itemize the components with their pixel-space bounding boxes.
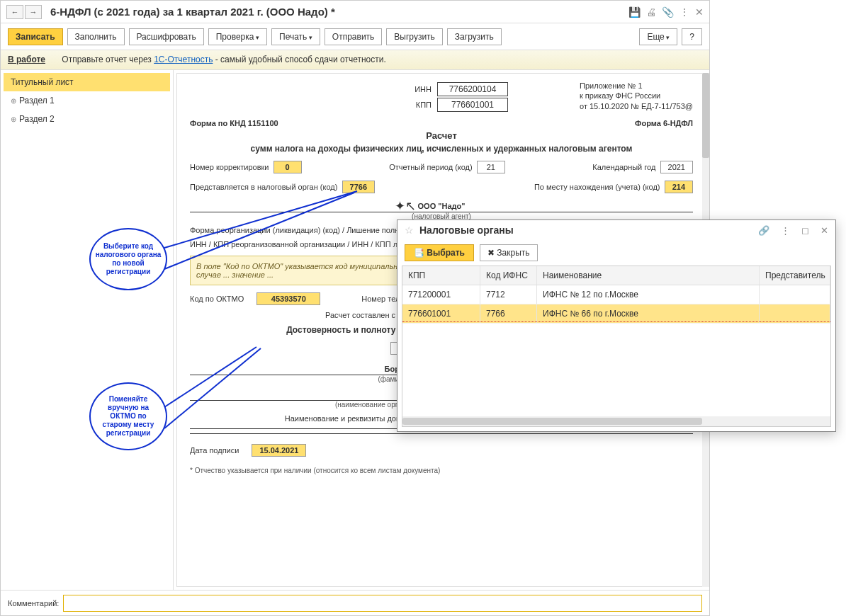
print-button[interactable]: Печать (271, 28, 320, 45)
send-button[interactable]: Отправить (325, 28, 383, 45)
sign-date-field[interactable]: 15.04.2021 (252, 444, 306, 457)
table-row[interactable]: 776601001 7766 ИФНС № 66 по г.Москве (402, 304, 830, 324)
close-icon[interactable]: ✕ (695, 6, 704, 18)
kpp-field[interactable]: 776601001 (437, 98, 508, 112)
close-button[interactable]: ✖ Закрыть (480, 244, 538, 261)
popup-menu-icon[interactable]: ⋮ (781, 225, 790, 236)
popup-close-icon[interactable]: ✕ (820, 225, 828, 236)
fill-button[interactable]: Заполнить (67, 28, 125, 45)
print-icon[interactable]: 🖨 (646, 6, 656, 18)
select-button[interactable]: 📑 Выбрать (405, 244, 474, 261)
col-name[interactable]: Наименование (537, 266, 760, 285)
nav-fwd-button[interactable]: → (25, 5, 42, 19)
attach-icon[interactable]: 📎 (662, 6, 674, 18)
tax-authority-picker: ☆ Налоговые органы 🔗 ⋮ ◻ ✕ 📑 Выбрать ✖ З… (397, 219, 836, 432)
org-name[interactable]: ООО "Надо" (190, 200, 693, 212)
table-row[interactable]: 771200001 7712 ИФНС № 12 по г.Москве (402, 285, 830, 304)
tab-section-2[interactable]: ⊕Раздел 2 (4, 110, 170, 128)
favorite-icon[interactable]: ☆ (405, 224, 414, 236)
ifns-code-field[interactable]: 7766 (342, 181, 375, 193)
save-button[interactable]: Записать (8, 28, 63, 45)
year-field[interactable]: 2021 (660, 161, 693, 173)
more-button[interactable]: Еще (639, 28, 677, 45)
tab-title-sheet[interactable]: Титульный лист (4, 73, 170, 91)
col-kpp[interactable]: КПП (402, 266, 480, 285)
help-button[interactable]: ? (682, 28, 702, 45)
order-meta: Приложение № 1 к приказу ФНС России от 1… (580, 81, 693, 111)
col-rep[interactable]: Представитель (760, 266, 830, 285)
status-text: В работе (8, 55, 45, 64)
comment-label: Комментарий: (8, 599, 59, 608)
cursor-icon: ✦↖ (395, 198, 416, 214)
window-title: 6-НДФЛ (с 2021 года) за 1 квартал 2021 г… (50, 6, 628, 18)
import-button[interactable]: Загрузить (447, 28, 502, 45)
inn-field[interactable]: 7766200104 (437, 82, 508, 96)
comment-input[interactable] (63, 595, 702, 612)
link-icon[interactable]: 🔗 (758, 225, 769, 236)
export-button[interactable]: Выгрузить (386, 28, 443, 45)
grid-scrollbar[interactable] (402, 416, 830, 426)
callout-ifns: Выберите код налогового органа по новой … (89, 228, 167, 290)
nav-back-button[interactable]: ← (6, 5, 23, 19)
menu-icon[interactable]: ⋮ (679, 6, 689, 18)
correction-field[interactable]: 0 (273, 161, 302, 173)
callout-oktmo: Поменяйте вручную на ОКТМО по старому ме… (89, 382, 167, 450)
place-code-field[interactable]: 214 (665, 181, 693, 193)
save-icon[interactable]: 💾 (628, 6, 641, 18)
report-link[interactable]: 1С-Отчетность (154, 55, 213, 64)
section-tabs: Титульный лист ⊕Раздел 1 ⊕Раздел 2 (1, 70, 174, 590)
status-banner: В работе Отправьте отчет через 1С-Отчетн… (1, 50, 709, 70)
oktmo-field[interactable]: 45393570 (256, 292, 320, 305)
check-button[interactable]: Проверка (208, 28, 267, 45)
decode-button[interactable]: Расшифровать (129, 28, 204, 45)
col-code[interactable]: Код ИФНС (480, 266, 537, 285)
maximize-icon[interactable]: ◻ (801, 225, 809, 236)
tab-section-1[interactable]: ⊕Раздел 1 (4, 91, 170, 110)
period-field[interactable]: 21 (477, 161, 505, 173)
